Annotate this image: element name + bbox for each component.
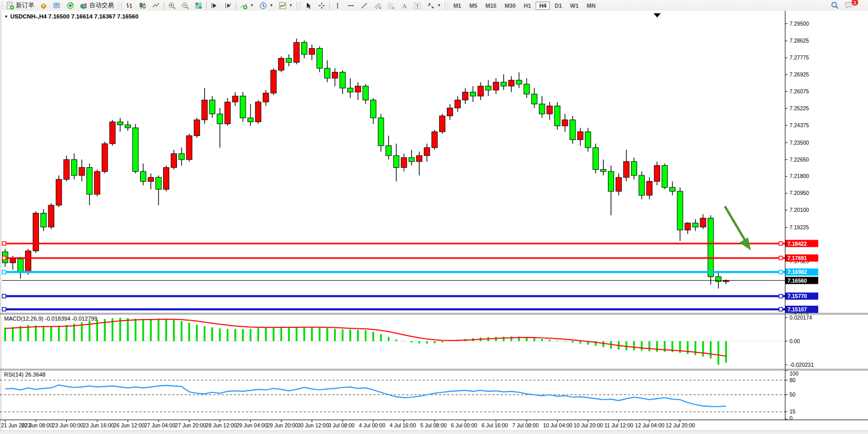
auto-trading-button[interactable]: 自动交易: [77, 1, 116, 10]
data-window-button[interactable]: [50, 1, 64, 10]
macd-pane: 0.0201740.00-0.020231: [0, 314, 814, 368]
equidistant-channel-button[interactable]: E: [371, 1, 384, 10]
indicators-button[interactable]: ▼: [237, 1, 257, 10]
hline-handle[interactable]: [779, 242, 783, 245]
horizontal-lines-layer[interactable]: 7.184227.176917.169827.157707.151077.165…: [2, 240, 818, 313]
chevron-down-icon: ▼: [437, 3, 441, 8]
candle-body: [409, 157, 415, 162]
chart-canvas[interactable]: 7.295007.286257.277757.269257.260757.252…: [0, 11, 868, 434]
candle-body: [516, 80, 522, 84]
templates-button[interactable]: ▼: [276, 1, 295, 10]
toolbar-grip[interactable]: [447, 2, 449, 10]
bar-chart-button[interactable]: [123, 1, 136, 10]
svg-text:E: E: [379, 6, 381, 9]
candle-body: [64, 160, 69, 180]
timeframe-button-m1[interactable]: M1: [450, 2, 465, 10]
price-axis[interactable]: 7.295007.286257.277757.269257.260757.252…: [785, 11, 809, 420]
main-toolbar: 新订单 自动交易 ▼ ▼: [0, 0, 868, 11]
timeframe-button-h4[interactable]: H4: [536, 2, 550, 10]
candle-body: [693, 223, 698, 227]
arrows-button[interactable]: ▼: [424, 1, 444, 10]
hline-handle[interactable]: [779, 294, 783, 298]
candle-body: [33, 213, 38, 251]
price-tick-label: 7.24375: [790, 122, 809, 128]
price-tick-label: 7.27775: [790, 54, 809, 61]
time-tick-label: 4 Jul 16:00: [389, 422, 416, 428]
candle-body: [424, 148, 430, 155]
periods-button[interactable]: ▼: [257, 1, 276, 10]
trendline-button[interactable]: [358, 1, 371, 10]
fibonacci-button[interactable]: F: [384, 1, 398, 10]
zoom-in-button[interactable]: [165, 1, 179, 10]
toolbar-grip[interactable]: [1, 2, 3, 10]
hline-price-label: 7.15107: [787, 306, 807, 312]
horizontal-line-icon: [347, 2, 355, 10]
timeframe-button-m15[interactable]: M15: [482, 2, 500, 10]
candlestick-chart-icon: [139, 2, 147, 10]
hline-handle[interactable]: [779, 270, 783, 274]
toolbar-grip[interactable]: [117, 2, 120, 10]
hline-handle[interactable]: [779, 256, 783, 260]
hline-handle[interactable]: [3, 294, 6, 298]
candle-body: [294, 43, 300, 63]
text-button[interactable]: A: [398, 1, 411, 10]
timeframe-button-h1[interactable]: H1: [520, 2, 535, 10]
toolbar-grip[interactable]: [299, 2, 301, 10]
hline-handle[interactable]: [3, 307, 6, 311]
candle-body: [209, 100, 215, 114]
price-tick-label: 7.20950: [790, 190, 809, 196]
time-tick-label: 27 Jun 04:00: [144, 422, 175, 428]
cursor-icon: [304, 2, 312, 10]
timeframe-button-m5[interactable]: M5: [466, 2, 481, 10]
tile-windows-button[interactable]: [192, 1, 205, 10]
text-label-button[interactable]: T: [411, 1, 424, 10]
arrow-shaft: [725, 206, 746, 243]
candle-body: [56, 180, 62, 205]
candle-body: [386, 146, 391, 155]
time-axis[interactable]: 21 Jun 202322 Jun 08:0023 Jun 00:0023 Ju…: [1, 420, 695, 428]
chevron-down-icon: ▼: [269, 3, 273, 8]
candle-body: [17, 259, 23, 272]
hline-handle[interactable]: [3, 242, 6, 245]
hline-handle[interactable]: [3, 270, 6, 274]
timeframe-button-w1[interactable]: W1: [566, 2, 582, 10]
marketwatch-button[interactable]: [37, 1, 50, 10]
line-chart-button[interactable]: [149, 1, 163, 10]
candle-body: [585, 132, 591, 148]
price-tick-label: 7.21800: [790, 173, 809, 179]
window-bottom-edge: [0, 430, 868, 434]
tile-windows-icon: [194, 2, 203, 10]
search-button[interactable]: [828, 1, 842, 10]
hline-handle[interactable]: [779, 307, 783, 311]
hline-handle[interactable]: [3, 256, 6, 260]
quote-dropdown-icon[interactable]: ▼: [4, 14, 8, 19]
candle-body: [117, 122, 123, 125]
cursor-button[interactable]: [302, 1, 315, 10]
hline-price-label: 7.17691: [787, 255, 807, 261]
candle-body: [355, 86, 361, 92]
timeframe-button-mn[interactable]: MN: [583, 2, 599, 10]
candle-body: [71, 160, 77, 175]
vertical-line-button[interactable]: [331, 1, 344, 10]
vertical-line-icon: [333, 2, 342, 10]
new-order-button[interactable]: 新订单: [4, 1, 37, 10]
chat-button[interactable]: 1: [842, 1, 865, 10]
timeframe-button-m30[interactable]: M30: [501, 2, 519, 10]
signals-button[interactable]: [64, 1, 77, 10]
horizontal-line-button[interactable]: [344, 1, 358, 10]
time-tick-label: 27 Jun 20:00: [175, 422, 206, 428]
chevron-down-icon: ▼: [250, 3, 254, 8]
zoom-out-button[interactable]: [179, 1, 192, 10]
chart-shift-marker[interactable]: [654, 13, 661, 17]
candle-body: [440, 116, 445, 132]
candlestick-chart-button[interactable]: [136, 1, 149, 10]
auto-scroll-button[interactable]: [208, 1, 221, 10]
timeframe-button-d1[interactable]: D1: [551, 2, 565, 10]
candle-body: [654, 166, 660, 182]
crosshair-button[interactable]: [315, 1, 328, 10]
templates-icon: [279, 2, 287, 10]
candle-body: [639, 175, 644, 195]
candle-body: [248, 118, 253, 122]
chart-shift-button[interactable]: [221, 1, 234, 10]
rsi-axis-label: 100: [790, 370, 799, 377]
